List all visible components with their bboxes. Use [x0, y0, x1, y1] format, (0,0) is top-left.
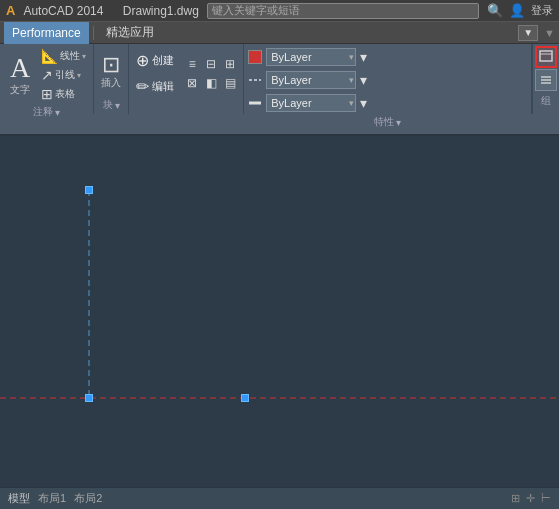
annotate-footer[interactable]: 注释 ▾ — [4, 103, 89, 119]
model-tab[interactable]: 模型 — [8, 491, 30, 506]
ribbon-group-block: ⊡ 插入 块 ▾ — [94, 44, 129, 114]
panel-icon-bottom — [539, 73, 553, 87]
ribbon-group-createedit: ⊕ 创建 ✏ 编辑 ≡ ⊟ ⊞ ⊠ ◧ ▤ — [129, 44, 244, 114]
prop-icons-grid: ≡ ⊟ ⊞ ⊠ ◧ ▤ — [183, 55, 239, 92]
menu-dropdown-btn[interactable]: ▼ — [518, 25, 538, 41]
leader-label: 引线 — [55, 68, 75, 82]
group-label: 组 — [541, 95, 551, 106]
lineweight-picker-icon[interactable]: ▾ — [360, 95, 367, 111]
handle-bottom-left[interactable] — [85, 394, 93, 402]
linetype-icon — [248, 73, 262, 87]
text-icon: A — [10, 54, 30, 82]
linetype-picker-icon[interactable]: ▾ — [360, 72, 367, 88]
linetype-select[interactable]: ByLayer — [266, 71, 356, 89]
status-bar: 模型 布局1 布局2 ⊞ ✛ ⊢ — [0, 487, 559, 509]
create-icon: ⊕ — [136, 51, 149, 70]
user-icon[interactable]: 👤 — [509, 3, 525, 18]
grid-icon-4[interactable]: ⊠ — [183, 74, 201, 92]
drawing-layer — [0, 136, 559, 487]
linear-arrow: ▾ — [82, 52, 86, 61]
ribbon-right-panel: 组 — [532, 44, 559, 114]
createedit-label — [185, 101, 188, 112]
snap-toggle[interactable]: ✛ — [526, 492, 535, 505]
grid-icon-3[interactable]: ⊞ — [221, 55, 239, 73]
linear-icon: 📐 — [41, 48, 58, 64]
block-footer[interactable]: 块 ▾ — [98, 96, 124, 112]
annotate-label: 注释 — [33, 105, 53, 119]
linear-label: 线性 — [60, 49, 80, 63]
insert-btn[interactable]: ⊡ 插入 — [98, 52, 124, 92]
linear-btn[interactable]: 📐 线性 ▾ — [38, 47, 89, 65]
block-label: 块 — [103, 98, 113, 112]
lineweight-select-wrap: ByLayer — [266, 94, 356, 112]
linetype-select-wrap: ByLayer — [266, 71, 356, 89]
group-footer[interactable]: 组 — [535, 92, 557, 108]
grid-icon-5[interactable]: ◧ — [202, 74, 220, 92]
title-separator — [111, 4, 114, 18]
properties-label: 特性 — [374, 115, 394, 129]
status-icons: ⊞ ✛ ⊢ — [511, 492, 551, 505]
leader-btn[interactable]: ↗ 引线 ▾ — [38, 66, 89, 84]
grid-icon-2[interactable]: ⊟ — [202, 55, 220, 73]
ribbon-group-annotate: A 文字 📐 线性 ▾ ↗ 引线 ▾ ⊞ — [0, 44, 94, 114]
color-select[interactable]: ByLayer — [266, 48, 356, 66]
table-icon: ⊞ — [41, 86, 53, 102]
lineweight-icon — [248, 96, 262, 110]
search-icon[interactable]: 🔍 — [487, 3, 503, 18]
menu-bar: Performance 精选应用 ▼ ▼ — [0, 22, 559, 44]
createedit-footer[interactable] — [133, 99, 239, 112]
grid-toggle[interactable]: ⊞ — [511, 492, 520, 505]
title-bar: A AutoCAD 2014 Drawing1.dwg 键入关键字或短语 🔍 👤… — [0, 0, 559, 22]
insert-label: 插入 — [101, 76, 121, 90]
text-button[interactable]: A 文字 — [4, 52, 36, 99]
ribbon-right-btn-top[interactable] — [535, 46, 557, 68]
ortho-toggle[interactable]: ⊢ — [541, 492, 551, 505]
create-label: 创建 — [152, 53, 174, 68]
handle-bottom-right[interactable] — [241, 394, 249, 402]
edit-btn[interactable]: ✏ 编辑 — [133, 75, 177, 98]
leader-icon: ↗ — [41, 67, 53, 83]
annotate-arrow: ▾ — [55, 107, 60, 118]
ribbon: A 文字 📐 线性 ▾ ↗ 引线 ▾ ⊞ — [0, 44, 559, 136]
prop-row-color: ByLayer ▾ — [248, 47, 367, 67]
properties-footer[interactable]: 特性 ▾ — [248, 113, 527, 129]
grid-icon-6[interactable]: ▤ — [221, 74, 239, 92]
edit-icon: ✏ — [136, 77, 149, 96]
handle-top[interactable] — [85, 186, 93, 194]
panel-icon-top — [539, 50, 553, 64]
canvas-area — [0, 136, 559, 487]
grid-icon-1[interactable]: ≡ — [183, 55, 201, 73]
search-bar[interactable]: 键入关键字或短语 — [207, 3, 479, 19]
menu-item-featured[interactable]: 精选应用 — [98, 22, 162, 44]
title-icons: 🔍 👤 登录 — [487, 3, 553, 18]
search-placeholder: 键入关键字或短语 — [212, 3, 300, 18]
file-name: Drawing1.dwg — [123, 4, 199, 18]
svg-rect-2 — [540, 51, 552, 61]
ribbon-right-btn-bottom[interactable] — [535, 69, 557, 91]
layout1-tab[interactable]: 布局1 — [38, 491, 66, 506]
annotate-body: A 文字 📐 线性 ▾ ↗ 引线 ▾ ⊞ — [4, 47, 89, 103]
lineweight-select[interactable]: ByLayer — [266, 94, 356, 112]
prop-row-linetype: ByLayer ▾ — [248, 70, 367, 90]
table-btn[interactable]: ⊞ 表格 — [38, 85, 89, 103]
login-label[interactable]: 登录 — [531, 3, 553, 18]
app-name: AutoCAD 2014 — [23, 4, 103, 18]
create-btn[interactable]: ⊕ 创建 — [133, 49, 177, 72]
color-select-wrap: ByLayer — [266, 48, 356, 66]
leader-arrow: ▾ — [77, 71, 81, 80]
insert-icon: ⊡ — [102, 54, 120, 76]
createedit-body: ⊕ 创建 ✏ 编辑 ≡ ⊟ ⊞ ⊠ ◧ ▤ — [133, 47, 239, 99]
ribbon-content-row: A 文字 📐 线性 ▾ ↗ 引线 ▾ ⊞ — [0, 44, 559, 114]
block-arrow: ▾ — [115, 100, 120, 111]
text-label: 文字 — [10, 83, 30, 97]
color-swatch[interactable] — [248, 50, 262, 64]
table-label: 表格 — [55, 87, 75, 101]
menu-item-performance[interactable]: Performance — [4, 22, 89, 44]
properties-body: ByLayer ▾ ByLayer ▾ — [248, 47, 527, 113]
layout2-tab[interactable]: 布局2 — [74, 491, 102, 506]
prop-row-lineweight: ByLayer ▾ — [248, 93, 367, 113]
app-logo: A — [6, 3, 15, 18]
edit-label: 编辑 — [152, 79, 174, 94]
color-picker-icon[interactable]: ▾ — [360, 49, 367, 65]
menu-separator — [93, 26, 94, 40]
